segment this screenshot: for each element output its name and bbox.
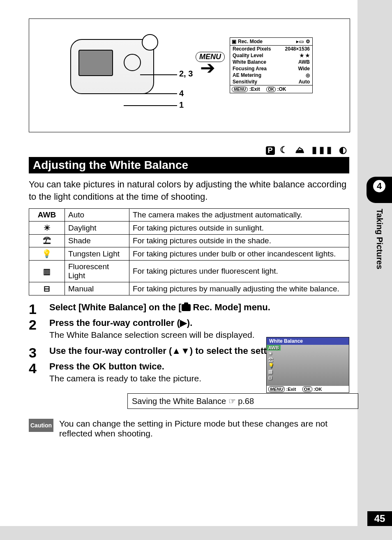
camera-icon: [182, 304, 191, 311]
program-mode-icon: P: [266, 146, 275, 155]
wb-preview-title: White Balance: [267, 337, 349, 345]
page-number: 45: [367, 511, 392, 526]
wb-preview-screen: White Balance AWB☀⛱💡▥⊟ MENU :Exit OK :OK: [266, 337, 349, 393]
callout-4: 4: [179, 89, 184, 98]
table-row: 💡Tungsten LightFor taking pictures under…: [29, 247, 349, 261]
ok-label: OK: [315, 387, 322, 392]
rec-row: SensitivityAuto: [230, 78, 312, 85]
lead-line: [140, 74, 177, 75]
ok-badge: OK: [302, 386, 313, 392]
ok-badge: OK: [266, 87, 276, 92]
saving-reference: Saving the White Balance ☞ p.68: [127, 393, 358, 409]
arrow-icon: ➔: [200, 63, 215, 72]
menu-badge: MENU: [268, 386, 285, 392]
lead-line: [140, 93, 177, 94]
rec-mode-title: Rec. Mode: [238, 39, 263, 44]
exit-label: Exit: [288, 387, 296, 392]
table-row: ⊟ManualFor taking pictures by manually a…: [29, 282, 349, 295]
callout-1: 1: [179, 100, 184, 110]
mode-icons-row: P ☾ ⛰ ▮▮▮ ◐: [29, 145, 349, 155]
camera-illustration: [70, 33, 157, 95]
section-title: Adjusting the White Balance: [29, 157, 349, 173]
table-row: AWBAutoThe camera makes the adjustment a…: [29, 209, 349, 222]
rec-row: Recorded Pixels2048×1536: [230, 46, 312, 52]
wb-option: ⛱: [267, 357, 281, 362]
manual-page: 2, 3 4 1 MENU ➔ ▣ Rec. Mode ▸▭ ⚙ Recorde…: [0, 0, 357, 526]
wb-option: ⊟: [267, 375, 281, 381]
white-balance-table: AWBAutoThe camera makes the adjustment a…: [29, 208, 349, 295]
top-diagram: 2, 3 4 1 MENU ➔ ▣ Rec. Mode ▸▭ ⚙ Recorde…: [29, 18, 350, 132]
caution-badge: Caution: [29, 419, 53, 432]
ok-label: OK: [279, 86, 286, 92]
caution-text: You can change the setting in Picture mo…: [59, 419, 349, 438]
wb-option: AWB: [267, 345, 281, 351]
menu-badge: MENU: [232, 87, 248, 92]
lead-line: [124, 105, 177, 106]
exit-label: Exit: [251, 86, 260, 92]
step: 1Select [White Balance] on the [ Rec. Mo…: [29, 302, 349, 316]
table-row: ▥Fluorescent LightFor taking pictures un…: [29, 261, 349, 282]
rec-mode-panel: ▣ Rec. Mode ▸▭ ⚙ Recorded Pixels2048×153…: [230, 37, 313, 93]
rec-row: Quality Level★ ★: [230, 52, 312, 59]
chapter-number: 4: [373, 180, 385, 192]
intro-text: You can take pictures in natural colors …: [29, 178, 349, 203]
table-row: ☀DaylightFor taking pictures outside in …: [29, 222, 349, 235]
rec-row: AE Metering◎: [230, 72, 312, 78]
wb-option: 💡: [267, 362, 281, 369]
chapter-title: Taking Pictures: [375, 209, 384, 269]
wb-option: ☀: [267, 351, 281, 357]
camera-icon: ▣: [232, 39, 236, 44]
rec-row: White BalanceAWB: [230, 59, 312, 65]
chapter-tab: 4 Taking Pictures: [367, 177, 392, 269]
tab-icons: ▸▭ ⚙: [296, 39, 311, 44]
rec-row: Focusing AreaWide: [230, 65, 312, 72]
callout-2-3: 2, 3: [179, 69, 193, 78]
table-row: ⛱ShadeFor taking pictures outside in the…: [29, 235, 349, 247]
wb-option: ▥: [267, 369, 281, 375]
caution-note: Caution You can change the setting in Pi…: [29, 419, 349, 438]
